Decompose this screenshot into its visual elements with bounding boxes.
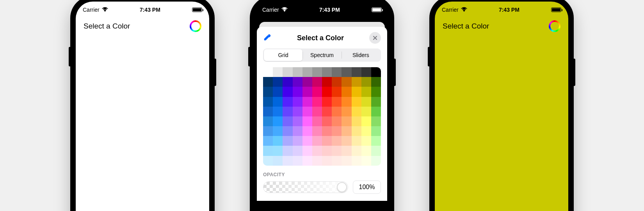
tab-sliders[interactable]: Sliders [342,49,380,61]
color-swatch[interactable] [352,136,361,146]
color-swatch[interactable] [371,156,381,166]
color-swatch[interactable] [302,87,312,97]
color-swatch[interactable] [273,67,283,77]
color-swatch[interactable] [293,116,302,126]
color-swatch[interactable] [302,97,312,107]
color-swatch[interactable] [342,107,351,116]
color-swatch[interactable] [263,156,273,166]
color-swatch[interactable] [322,107,332,116]
color-swatch[interactable] [322,67,332,77]
color-swatch[interactable] [293,77,302,87]
color-swatch[interactable] [361,136,371,146]
color-swatch[interactable] [371,116,381,126]
color-swatch[interactable] [352,146,361,156]
color-swatch[interactable] [332,156,342,166]
color-swatch[interactable] [302,146,312,156]
color-swatch[interactable] [342,126,351,136]
color-swatch[interactable] [273,136,283,146]
color-swatch[interactable] [342,97,351,107]
color-picker-row[interactable]: Select a Color [435,15,568,38]
color-swatch[interactable] [332,67,342,77]
color-swatch[interactable] [352,156,361,166]
color-swatch[interactable] [283,156,292,166]
color-swatch[interactable] [283,136,292,146]
color-swatch[interactable] [361,156,371,166]
color-swatch[interactable] [322,146,332,156]
color-swatch[interactable] [263,87,273,97]
color-swatch[interactable] [342,146,351,156]
color-swatch[interactable] [361,107,371,116]
color-swatch[interactable] [322,77,332,87]
color-swatch[interactable] [312,146,322,156]
color-swatch[interactable] [322,116,332,126]
color-swatch[interactable] [283,126,292,136]
color-swatch[interactable] [293,107,302,116]
color-swatch[interactable] [302,107,312,116]
color-swatch[interactable] [371,77,381,87]
color-swatch[interactable] [312,107,322,116]
color-well-icon[interactable] [190,20,201,32]
color-swatch[interactable] [283,87,292,97]
color-swatch[interactable] [263,97,273,107]
color-picker-row[interactable]: Select a Color [76,15,209,38]
color-swatch[interactable] [302,77,312,87]
color-swatch[interactable] [273,107,283,116]
color-swatch[interactable] [273,97,283,107]
tab-spectrum[interactable]: Spectrum [302,49,341,61]
color-swatch[interactable] [332,107,342,116]
color-swatch[interactable] [352,116,361,126]
color-swatch[interactable] [332,146,342,156]
color-swatch[interactable] [371,97,381,107]
color-swatch[interactable] [371,107,381,116]
color-swatch[interactable] [342,116,351,126]
color-swatch[interactable] [361,126,371,136]
tab-grid[interactable]: Grid [264,49,302,61]
color-swatch[interactable] [293,156,302,166]
color-swatch[interactable] [332,136,342,146]
color-swatch[interactable] [371,146,381,156]
color-swatch[interactable] [371,136,381,146]
color-swatch[interactable] [371,87,381,97]
color-swatch[interactable] [322,156,332,166]
color-swatch[interactable] [342,67,351,77]
color-swatch[interactable] [302,156,312,166]
color-grid[interactable] [263,67,381,166]
close-button[interactable] [369,32,381,44]
color-swatch[interactable] [342,77,351,87]
color-swatch[interactable] [361,67,371,77]
color-swatch[interactable] [312,126,322,136]
color-swatch[interactable] [361,87,371,97]
color-swatch[interactable] [361,77,371,87]
color-swatch[interactable] [332,87,342,97]
color-swatch[interactable] [312,136,322,146]
opacity-slider[interactable] [263,181,348,193]
color-swatch[interactable] [352,87,361,97]
segmented-control[interactable]: Grid Spectrum Sliders [263,48,381,62]
color-swatch[interactable] [312,77,322,87]
color-swatch[interactable] [332,77,342,87]
color-swatch[interactable] [371,126,381,136]
color-swatch[interactable] [322,136,332,146]
color-swatch[interactable] [293,97,302,107]
color-swatch[interactable] [322,87,332,97]
color-swatch[interactable] [352,97,361,107]
color-swatch[interactable] [273,146,283,156]
color-swatch[interactable] [293,87,302,97]
color-swatch[interactable] [322,126,332,136]
color-swatch[interactable] [283,97,292,107]
color-swatch[interactable] [352,77,361,87]
color-swatch[interactable] [361,116,371,126]
color-swatch[interactable] [263,67,273,77]
color-swatch[interactable] [263,136,273,146]
color-swatch[interactable] [352,67,361,77]
color-swatch[interactable] [283,107,292,116]
color-swatch[interactable] [273,87,283,97]
color-swatch[interactable] [273,156,283,166]
slider-knob[interactable] [337,182,347,192]
color-swatch[interactable] [302,136,312,146]
color-swatch[interactable] [263,146,273,156]
color-swatch[interactable] [342,87,351,97]
color-swatch[interactable] [312,156,322,166]
color-swatch[interactable] [312,87,322,97]
color-swatch[interactable] [283,77,292,87]
